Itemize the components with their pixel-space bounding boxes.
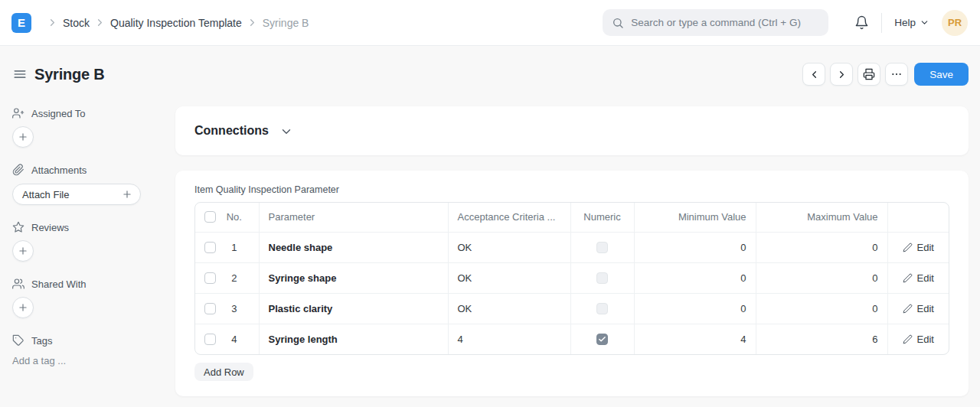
row-select-checkbox[interactable] bbox=[204, 303, 216, 314]
chevron-right-icon bbox=[94, 17, 106, 28]
tag-icon bbox=[12, 334, 24, 347]
bell-icon bbox=[854, 15, 869, 30]
erpnext-logo[interactable]: E bbox=[11, 13, 31, 33]
numeric-checkbox[interactable] bbox=[596, 303, 608, 314]
minimum-value-cell[interactable]: 4 bbox=[634, 324, 756, 354]
table-row: 1 Needle shape OK 0 0 Edit bbox=[195, 232, 949, 262]
avatar[interactable]: PR bbox=[942, 10, 968, 36]
parameter-cell[interactable]: Syringe shape bbox=[259, 262, 448, 293]
plus-icon bbox=[18, 246, 28, 256]
add-assignment-button[interactable] bbox=[12, 126, 34, 148]
acceptance-criteria-cell[interactable]: 4 bbox=[448, 324, 570, 354]
breadcrumb-item-stock[interactable]: Stock bbox=[63, 17, 90, 29]
minimum-value-cell[interactable]: 0 bbox=[634, 232, 756, 262]
sidebar-toggle-button[interactable] bbox=[12, 67, 28, 82]
parameter-cell[interactable]: Plastic clarity bbox=[259, 293, 448, 324]
pencil-icon bbox=[903, 273, 913, 283]
row-select-checkbox[interactable] bbox=[204, 334, 216, 345]
chevron-right-icon bbox=[47, 17, 58, 28]
page-title: Syringe B bbox=[34, 66, 105, 83]
attachments-section: Attachments bbox=[12, 164, 166, 176]
numeric-checkbox[interactable] bbox=[596, 242, 608, 253]
acceptance-criteria-cell[interactable]: OK bbox=[448, 232, 570, 262]
plus-icon bbox=[18, 302, 28, 313]
table-row: 4 Syringe length 4 4 6 Edit bbox=[195, 324, 949, 354]
page-body: Assigned To Attachments Attach File Revi… bbox=[0, 96, 980, 396]
chevron-down-icon bbox=[920, 18, 929, 28]
row-select-checkbox[interactable] bbox=[204, 272, 216, 284]
page-actions: Save bbox=[802, 63, 969, 86]
connections-title: Connections bbox=[194, 124, 269, 138]
edit-row-button[interactable]: Edit bbox=[903, 334, 934, 345]
parameters-section: Item Quality Inspection Parameter No. Pa… bbox=[175, 171, 969, 396]
add-share-button[interactable] bbox=[12, 297, 34, 318]
assign-user-icon bbox=[12, 107, 24, 119]
maximum-value-cell[interactable]: 0 bbox=[756, 262, 887, 293]
shared-with-section: Shared With bbox=[12, 278, 166, 290]
attach-file-label: Attach File bbox=[22, 189, 69, 200]
page-head: Syringe B Save bbox=[0, 46, 980, 96]
attach-file-button[interactable]: Attach File bbox=[12, 184, 141, 205]
reviews-section: Reviews bbox=[12, 221, 166, 233]
edit-row-label: Edit bbox=[917, 272, 934, 284]
attachments-label: Attachments bbox=[31, 164, 87, 176]
ellipsis-icon bbox=[890, 68, 903, 80]
star-icon bbox=[12, 221, 24, 233]
search-input[interactable] bbox=[631, 17, 815, 28]
pencil-icon bbox=[903, 243, 913, 252]
logo-letter: E bbox=[18, 16, 25, 29]
assigned-to-label: Assigned To bbox=[31, 108, 86, 119]
acceptance-criteria-cell[interactable]: OK bbox=[448, 262, 570, 293]
edit-row-button[interactable]: Edit bbox=[903, 303, 934, 314]
reviews-label: Reviews bbox=[31, 222, 69, 233]
chevron-left-icon bbox=[808, 69, 820, 80]
maximum-value-cell[interactable]: 6 bbox=[756, 324, 887, 354]
numeric-checkbox[interactable] bbox=[596, 272, 608, 284]
maximum-value-cell[interactable]: 0 bbox=[756, 232, 887, 262]
row-number: 2 bbox=[216, 272, 259, 284]
next-document-button[interactable] bbox=[830, 63, 853, 86]
column-header-actions bbox=[887, 203, 949, 232]
edit-row-button[interactable]: Edit bbox=[903, 272, 934, 284]
breadcrumb: Stock Quality Inspection Template Syring… bbox=[42, 17, 309, 29]
minimum-value-cell[interactable]: 0 bbox=[634, 262, 756, 293]
print-button[interactable] bbox=[858, 63, 880, 86]
add-review-button[interactable] bbox=[12, 240, 34, 262]
grid-header-row: No. Parameter Acceptance Criteria ... Nu… bbox=[195, 203, 949, 232]
column-header-parameter: Parameter bbox=[259, 203, 448, 232]
chevron-right-icon bbox=[247, 17, 258, 28]
menu-options-button[interactable] bbox=[885, 63, 908, 86]
prev-document-button[interactable] bbox=[802, 63, 825, 86]
assigned-to-section: Assigned To bbox=[12, 107, 166, 119]
edit-row-label: Edit bbox=[917, 303, 934, 314]
add-row-button[interactable]: Add Row bbox=[194, 363, 253, 381]
save-button[interactable]: Save bbox=[914, 63, 969, 86]
parameter-cell[interactable]: Syringe length bbox=[259, 324, 448, 354]
edit-row-button[interactable]: Edit bbox=[903, 242, 934, 253]
minimum-value-cell[interactable]: 0 bbox=[634, 293, 756, 324]
plus-icon bbox=[122, 189, 132, 200]
column-header-no: No. bbox=[216, 211, 259, 223]
select-all-checkbox[interactable] bbox=[204, 211, 216, 223]
numeric-checkbox[interactable] bbox=[596, 334, 608, 345]
maximum-value-cell[interactable]: 0 bbox=[756, 293, 887, 324]
table-row: 3 Plastic clarity OK 0 0 Edit bbox=[195, 293, 949, 324]
global-search[interactable] bbox=[603, 9, 828, 36]
connections-section-header[interactable]: Connections bbox=[175, 106, 969, 155]
chevron-right-icon bbox=[836, 69, 848, 80]
shared-with-label: Shared With bbox=[31, 278, 87, 290]
breadcrumb-item-quality-inspection-template[interactable]: Quality Inspection Template bbox=[110, 17, 242, 29]
navbar: E Stock Quality Inspection Template Syri… bbox=[0, 0, 980, 46]
pencil-icon bbox=[903, 334, 913, 344]
paperclip-icon bbox=[12, 164, 24, 176]
parameter-cell[interactable]: Needle shape bbox=[259, 232, 448, 262]
row-select-checkbox[interactable] bbox=[204, 242, 216, 253]
notifications-button[interactable] bbox=[854, 15, 869, 30]
help-menu[interactable]: Help bbox=[894, 17, 929, 28]
row-number: 1 bbox=[216, 242, 259, 253]
parameters-grid: No. Parameter Acceptance Criteria ... Nu… bbox=[194, 202, 949, 355]
chevron-down-icon[interactable] bbox=[279, 125, 293, 138]
add-tag-input[interactable]: Add a tag ... bbox=[12, 355, 166, 366]
acceptance-criteria-cell[interactable]: OK bbox=[448, 293, 570, 324]
tags-section: Tags bbox=[12, 334, 166, 347]
